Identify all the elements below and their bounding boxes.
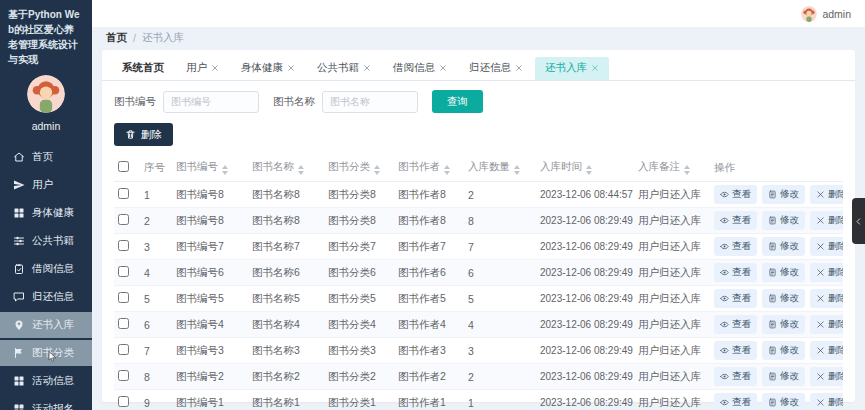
- table-cell: 图书名称4: [248, 312, 324, 338]
- row-action-eye-button[interactable]: 查看: [714, 315, 757, 334]
- row-checkbox[interactable]: [118, 266, 129, 277]
- tab-item[interactable]: 还书入库: [535, 57, 609, 80]
- tab-close-icon[interactable]: [363, 64, 371, 72]
- tab-item[interactable]: 归还信息: [459, 57, 533, 80]
- row-action-close-button[interactable]: 删除: [810, 315, 843, 334]
- row-action-edit-button[interactable]: 修改: [762, 263, 805, 282]
- sidebar-item-send[interactable]: 用户: [0, 172, 92, 198]
- tab-close-icon[interactable]: [211, 64, 219, 72]
- row-action-edit-button[interactable]: 修改: [762, 393, 805, 410]
- row-select-cell: [114, 208, 140, 234]
- sidebar-item-message[interactable]: 归还信息: [0, 284, 92, 310]
- sort-icon[interactable]: [298, 165, 304, 175]
- row-action-eye-button[interactable]: 查看: [714, 211, 757, 230]
- tab-item[interactable]: 系统首页: [112, 57, 174, 80]
- row-action-label: 删除: [828, 344, 843, 357]
- row-action-eye-button[interactable]: 查看: [714, 185, 757, 204]
- row-action-close-button[interactable]: 删除: [810, 289, 843, 308]
- row-action-edit-button[interactable]: 修改: [762, 289, 805, 308]
- table-cell: 图书编号8: [172, 208, 248, 234]
- tab-item[interactable]: 借阅信息: [383, 57, 457, 80]
- row-action-label: 查看: [732, 240, 751, 253]
- sort-icon[interactable]: [374, 165, 380, 175]
- row-action-eye-button[interactable]: 查看: [714, 263, 757, 282]
- sidebar-item-home[interactable]: 首页: [0, 144, 92, 170]
- table-cell: 图书分类1: [324, 390, 394, 410]
- book-no-input[interactable]: [163, 91, 259, 113]
- sidebar-item-clipboard[interactable]: 借阅信息: [0, 256, 92, 282]
- sidebar-item-flag[interactable]: 图书分类: [0, 340, 92, 366]
- row-action-label: 查看: [732, 396, 751, 409]
- tab-item[interactable]: 身体健康: [231, 57, 305, 80]
- sidebar-item-grid[interactable]: 活动信息: [0, 368, 92, 394]
- row-action-label: 查看: [732, 188, 751, 201]
- row-action-edit-button[interactable]: 修改: [762, 185, 805, 204]
- row-action-close-button[interactable]: 删除: [810, 393, 843, 410]
- row-action-close-button[interactable]: 删除: [810, 341, 843, 360]
- column-header: 图书分类: [324, 154, 394, 182]
- topbar-user-menu[interactable]: admin: [801, 6, 851, 22]
- row-action-close-button[interactable]: 删除: [810, 367, 843, 386]
- edit-icon: [768, 320, 777, 329]
- row-action-eye-button[interactable]: 查看: [714, 367, 757, 386]
- column-label: 图书名称: [252, 160, 294, 172]
- row-checkbox[interactable]: [118, 344, 129, 355]
- row-action-edit-button[interactable]: 修改: [762, 211, 805, 230]
- table-cell: 图书编号4: [172, 312, 248, 338]
- tab-close-icon[interactable]: [287, 64, 295, 72]
- row-action-close-button[interactable]: 删除: [810, 237, 843, 256]
- sidebar-item-label: 图书分类: [32, 346, 74, 360]
- sidebar-item-pin[interactable]: 还书入库: [0, 312, 92, 338]
- tab-close-icon[interactable]: [439, 64, 447, 72]
- row-action-eye-button[interactable]: 查看: [714, 237, 757, 256]
- search-form: 图书编号 图书名称 查询: [102, 81, 855, 121]
- row-checkbox[interactable]: [118, 318, 129, 329]
- book-name-input[interactable]: [322, 91, 418, 113]
- tab-item[interactable]: 用户: [176, 57, 229, 80]
- bulk-delete-button[interactable]: 删除: [114, 123, 173, 146]
- row-action-eye-button[interactable]: 查看: [714, 393, 757, 410]
- table-cell: 图书作者2: [394, 364, 464, 390]
- row-action-close-button[interactable]: 删除: [810, 211, 843, 230]
- select-all-checkbox[interactable]: [118, 161, 129, 172]
- tab-close-icon[interactable]: [515, 64, 523, 72]
- collapse-toggle[interactable]: [852, 198, 865, 244]
- table-cell: 图书分类2: [324, 364, 394, 390]
- row-checkbox[interactable]: [118, 188, 129, 199]
- row-checkbox[interactable]: [118, 370, 129, 381]
- row-checkbox[interactable]: [118, 396, 129, 407]
- row-action-eye-button[interactable]: 查看: [714, 289, 757, 308]
- sort-icon[interactable]: [222, 165, 228, 175]
- row-action-edit-button[interactable]: 修改: [762, 341, 805, 360]
- row-action-edit-button[interactable]: 修改: [762, 315, 805, 334]
- table-cell: 图书名称3: [248, 338, 324, 364]
- topbar-username: admin: [822, 8, 851, 20]
- table-cell: 5: [140, 286, 172, 312]
- row-checkbox[interactable]: [118, 240, 129, 251]
- table-row: 1图书编号8图书名称8图书分类8图书作者822023-12-06 08:44:5…: [114, 182, 843, 208]
- sidebar-item-grid[interactable]: 身体健康: [0, 200, 92, 226]
- row-action-eye-button[interactable]: 查看: [714, 341, 757, 360]
- sort-icon[interactable]: [444, 165, 450, 175]
- sidebar-item-grid[interactable]: 活动报名: [0, 396, 92, 410]
- row-action-edit-button[interactable]: 修改: [762, 367, 805, 386]
- tab-item[interactable]: 公共书籍: [307, 57, 381, 80]
- breadcrumb-home[interactable]: 首页: [106, 31, 127, 45]
- table-row: 5图书编号5图书名称5图书分类5图书作者552023-12-06 08:29:4…: [114, 286, 843, 312]
- row-action-close-button[interactable]: 删除: [810, 263, 843, 282]
- row-actions-cell: 查看修改删除: [710, 364, 843, 390]
- table-cell: 图书分类5: [324, 286, 394, 312]
- sort-icon[interactable]: [586, 165, 592, 175]
- sort-icon[interactable]: [684, 165, 690, 175]
- row-action-close-button[interactable]: 删除: [810, 185, 843, 204]
- row-action-edit-button[interactable]: 修改: [762, 237, 805, 256]
- row-select-cell: [114, 390, 140, 410]
- tab-close-icon[interactable]: [591, 64, 599, 72]
- sidebar-item-sliders[interactable]: 公共书籍: [0, 228, 92, 254]
- breadcrumb-current: 还书入库: [142, 31, 184, 45]
- row-checkbox[interactable]: [118, 292, 129, 303]
- sort-icon[interactable]: [514, 165, 520, 175]
- search-button[interactable]: 查询: [432, 90, 483, 113]
- row-checkbox[interactable]: [118, 214, 129, 225]
- table-cell: 用户归还入库: [634, 312, 710, 338]
